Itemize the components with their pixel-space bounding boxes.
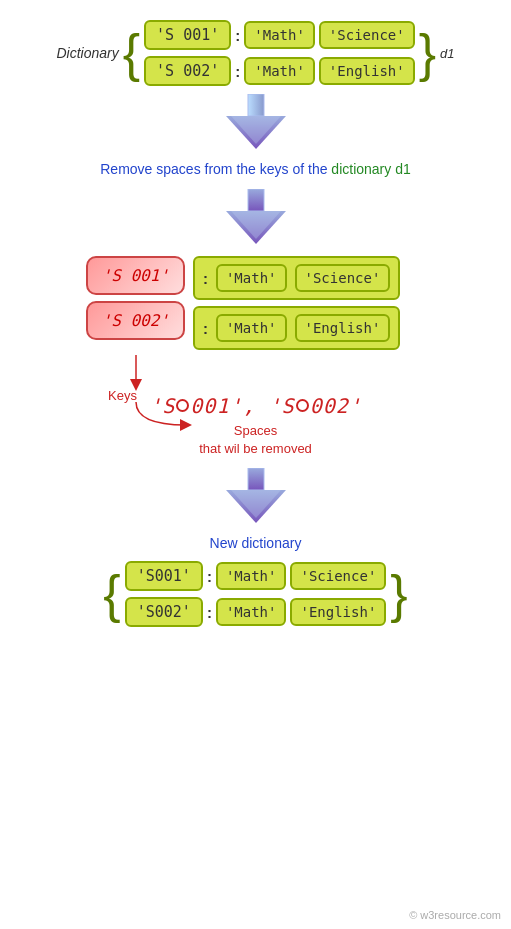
brace-right-1: } — [419, 27, 436, 79]
bottom-dict-section: { 'S001' : 'Math' 'Science' 'S002' : 'Ma… — [103, 561, 407, 627]
svg-marker-10 — [231, 490, 281, 518]
space-circle-2 — [296, 399, 309, 412]
svg-rect-8 — [248, 468, 264, 490]
keys-annotation-svg: Keys — [46, 350, 466, 440]
mid-section: 'S 001' 'S 002' : 'Math' 'Science' : 'Ma… — [86, 256, 466, 350]
d1-label: d1 — [440, 46, 454, 61]
colon-2: : — [235, 63, 240, 80]
value-science-mid-1: 'Science' — [295, 264, 391, 292]
top-dict-rows: 'S 001' : 'Math' 'Science' 'S 002' : 'Ma… — [144, 20, 415, 86]
table-row: : 'Math' 'Science' — [193, 256, 400, 300]
value-science-1: 'Science' — [319, 21, 415, 49]
svg-marker-2 — [231, 116, 281, 144]
keys-column: 'S 001' 'S 002' — [86, 256, 185, 340]
value-science-3: 'Science' — [290, 562, 386, 590]
value-english-mid-2: 'English' — [295, 314, 391, 342]
arrow-1 — [226, 94, 286, 149]
new-dict-label: New dictionary — [210, 535, 302, 551]
top-dict-section: Dictionary { 'S 001' : 'Math' 'Science' … — [56, 20, 454, 86]
brace-left-3: { — [103, 568, 120, 620]
arrow-3 — [226, 468, 286, 523]
mid-section-wrapper: 'S 001' 'S 002' : 'Math' 'Science' : 'Ma… — [46, 252, 466, 350]
value-math-mid-1: 'Math' — [216, 264, 287, 292]
value-math-4: 'Math' — [216, 598, 287, 626]
colon-mid-2: : — [203, 320, 208, 337]
keys-annotation-area: Keys — [46, 350, 466, 444]
diagram-container: Dictionary { 'S 001' : 'Math' 'Science' … — [0, 0, 511, 929]
table-row: 'S 002' : 'Math' 'English' — [144, 56, 415, 86]
value-math-mid-2: 'Math' — [216, 314, 287, 342]
instruction-main: Remove spaces from the keys of the — [100, 161, 331, 177]
brace-right-3: } — [390, 568, 407, 620]
brace-left-1: { — [123, 27, 140, 79]
colon-3: : — [207, 568, 212, 585]
key-s002: 'S 002' — [144, 56, 231, 86]
values-column-wrap: : 'Math' 'Science' : 'Math' 'English' — [193, 256, 400, 350]
watermark: © w3resource.com — [409, 909, 501, 921]
key-s002-new: 'S002' — [125, 597, 203, 627]
colon-1: : — [235, 27, 240, 44]
arrow-2 — [226, 189, 286, 244]
table-row: 'S 001' : 'Math' 'Science' — [144, 20, 415, 50]
table-row: : 'Math' 'English' — [193, 306, 400, 350]
key-s001: 'S 001' — [144, 20, 231, 50]
key-s001-new: 'S001' — [125, 561, 203, 591]
value-math-2: 'Math' — [244, 57, 315, 85]
svg-rect-0 — [248, 94, 264, 116]
bottom-dict-rows: 'S001' : 'Math' 'Science' 'S002' : 'Math… — [125, 561, 387, 627]
value-english-4: 'English' — [290, 598, 386, 626]
instruction-text: Remove spaces from the keys of the dicti… — [100, 161, 411, 177]
colon-mid-1: : — [203, 270, 208, 287]
key-s002-red: 'S 002' — [86, 301, 185, 340]
svg-marker-5 — [231, 211, 281, 239]
svg-rect-3 — [248, 189, 264, 211]
value-math-1: 'Math' — [244, 21, 315, 49]
colon-4: : — [207, 604, 212, 621]
table-row: 'S001' : 'Math' 'Science' — [125, 561, 387, 591]
dictionary-label: Dictionary — [56, 45, 118, 61]
key-s001-red: 'S 001' — [86, 256, 185, 295]
value-math-3: 'Math' — [216, 562, 287, 590]
instruction-highlight: dictionary d1 — [331, 161, 410, 177]
value-english-2: 'English' — [319, 57, 415, 85]
svg-text:Keys: Keys — [108, 388, 137, 403]
table-row: 'S002' : 'Math' 'English' — [125, 597, 387, 627]
